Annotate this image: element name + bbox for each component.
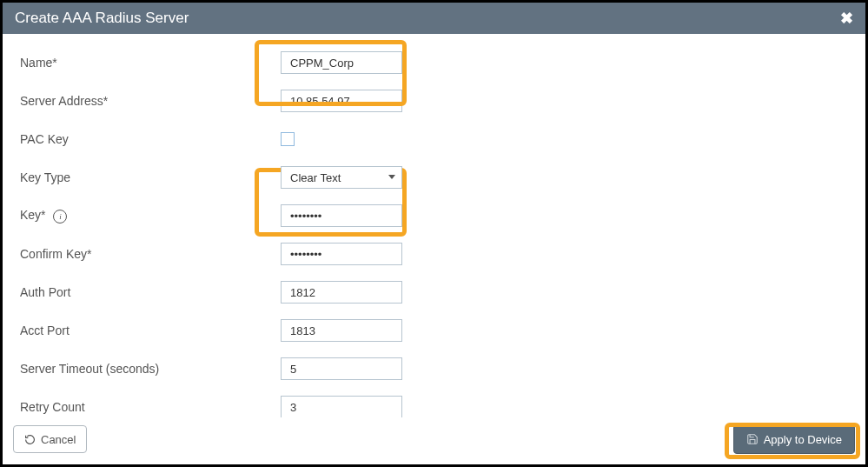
row-server-address: Server Address*	[20, 90, 848, 112]
label-name: Name*	[20, 56, 281, 70]
row-acct-port: Acct Port	[20, 319, 848, 342]
label-acct-port: Acct Port	[20, 324, 281, 337]
info-icon[interactable]: i	[53, 210, 67, 223]
modal-footer: Cancel Apply to Device	[3, 417, 865, 464]
row-server-timeout: Server Timeout (seconds)	[20, 357, 848, 380]
label-server-address: Server Address*	[20, 94, 281, 108]
name-input[interactable]	[281, 51, 402, 74]
row-key: Key* i	[20, 204, 848, 227]
modal-title: Create AAA Radius Server	[15, 10, 189, 27]
row-key-type: Key Type	[20, 166, 848, 189]
form-area: Name* Server Address* PAC Key Key Type K…	[3, 34, 865, 417]
apply-button-label: Apply to Device	[764, 433, 842, 446]
undo-icon	[24, 434, 36, 445]
label-key-text: Key*	[20, 208, 46, 222]
row-retry-count: Retry Count	[20, 396, 848, 417]
label-auth-port: Auth Port	[20, 285, 281, 299]
cancel-button-label: Cancel	[41, 433, 76, 446]
key-input[interactable]	[281, 204, 402, 227]
server-address-input[interactable]	[281, 90, 402, 112]
confirm-key-input[interactable]	[281, 243, 402, 265]
row-pac-key: PAC Key	[20, 128, 848, 150]
close-icon[interactable]: ✖	[840, 10, 853, 26]
label-key: Key* i	[20, 208, 281, 224]
acct-port-input[interactable]	[281, 319, 402, 342]
retry-count-input[interactable]	[281, 396, 402, 417]
auth-port-input[interactable]	[281, 281, 402, 304]
key-type-select[interactable]	[281, 166, 402, 189]
pac-key-checkbox[interactable]	[281, 132, 295, 146]
label-retry-count: Retry Count	[20, 400, 281, 414]
save-icon	[746, 433, 759, 445]
label-confirm-key: Confirm Key*	[20, 247, 281, 261]
apply-to-device-button[interactable]: Apply to Device	[733, 424, 855, 454]
label-key-type: Key Type	[20, 170, 281, 184]
label-server-timeout: Server Timeout (seconds)	[20, 362, 281, 376]
server-timeout-input[interactable]	[281, 357, 402, 380]
label-pac-key: PAC Key	[20, 132, 281, 146]
cancel-button[interactable]: Cancel	[13, 425, 87, 453]
row-auth-port: Auth Port	[20, 281, 848, 304]
modal-header: Create AAA Radius Server ✖	[3, 3, 865, 34]
row-name: Name*	[20, 51, 848, 74]
row-confirm-key: Confirm Key*	[20, 243, 848, 265]
